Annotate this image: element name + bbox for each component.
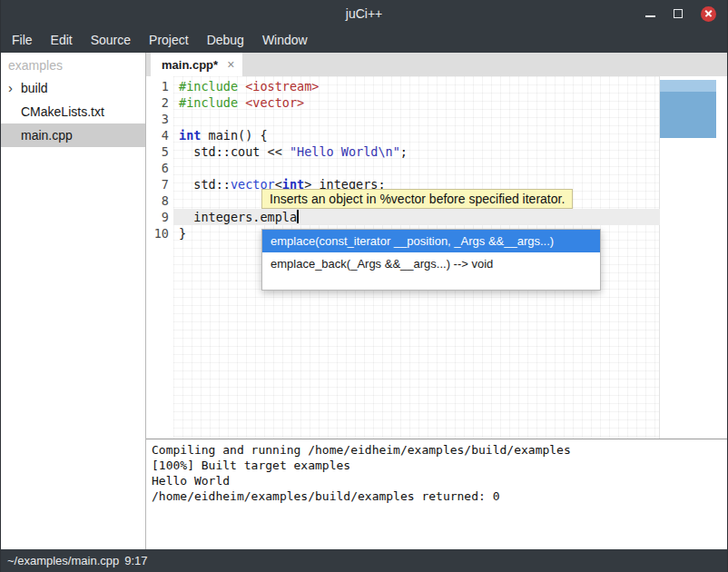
terminal-line: Hello World (152, 473, 722, 488)
code-line-text (173, 111, 660, 127)
tree-item-label: build (21, 81, 48, 95)
tab-main-cpp-[interactable]: main.cpp*× (151, 53, 242, 76)
completion-item[interactable]: emplace_back(_Args &&__args...) --> void (262, 252, 600, 275)
tree-item-cmakelists-txt[interactable]: CMakeLists.txt (1, 100, 145, 123)
project-folder-label: examples (1, 53, 145, 76)
code-line-4[interactable]: 4int main() { (146, 127, 727, 143)
terminal-line: /home/eidheim/examples/build/examples re… (152, 488, 722, 504)
statusbar: ~/examples/main.cpp 9:17 (1, 549, 727, 572)
menu-project[interactable]: Project (140, 27, 198, 53)
output-terminal[interactable]: Compiling and running /home/eidheim/exam… (146, 439, 727, 549)
window-controls (645, 6, 727, 22)
code-line-6[interactable]: 6 (146, 160, 727, 176)
scroll-overview-map[interactable] (660, 80, 716, 138)
line-number: 8 (146, 192, 173, 209)
code-line-5[interactable]: 5 std::cout << "Hello World\n"; (146, 143, 727, 160)
status-cursor-position: 9:17 (124, 554, 147, 567)
code-line-text: int main() { (173, 127, 660, 143)
window-title: juCi++ (1, 6, 727, 21)
tree-item-label: CMakeLists.txt (21, 104, 104, 119)
minimize-button[interactable] (645, 9, 655, 19)
line-number: 5 (146, 143, 173, 160)
autocomplete-popup: emplace(const_iterator __position, _Args… (261, 229, 601, 291)
tabbar: main.cpp*× (146, 53, 727, 76)
file-browser: examples ›buildCMakeLists.txtmain.cpp (1, 53, 146, 549)
code-area: 1#include <iostream>2#include <vector>34… (146, 78, 727, 242)
restore-button[interactable] (674, 9, 683, 18)
file-tree: ›buildCMakeLists.txtmain.cpp (1, 76, 145, 147)
terminal-line: [100%] Built target examples (152, 458, 722, 473)
titlebar[interactable]: juCi++ (1, 0, 727, 27)
line-number: 1 (146, 78, 173, 94)
line-number: 9 (146, 209, 173, 225)
completion-item[interactable]: emplace(const_iterator __position, _Args… (262, 230, 600, 252)
line-number: 7 (146, 176, 173, 192)
code-line-text: #include <iostream> (173, 78, 660, 94)
line-number: 3 (146, 111, 173, 127)
close-button[interactable] (701, 6, 716, 22)
main-area: examples ›buildCMakeLists.txtmain.cpp ma… (1, 53, 727, 549)
code-line-9[interactable]: 9 integers.empla (146, 209, 727, 225)
line-number: 4 (146, 127, 173, 143)
code-line-text (173, 160, 660, 176)
menu-source[interactable]: Source (82, 27, 140, 53)
chevron-right-icon: › (8, 82, 21, 94)
menu-debug[interactable]: Debug (198, 27, 253, 53)
status-file-path: ~/examples/main.cpp (7, 554, 119, 567)
tree-item-build[interactable]: ›build (1, 76, 145, 100)
menu-edit[interactable]: Edit (42, 27, 82, 53)
tab-label: main.cpp* (162, 58, 218, 72)
code-line-text: #include <vector> (173, 94, 660, 111)
text-cursor (297, 210, 299, 223)
line-number: 6 (146, 160, 173, 176)
doc-tooltip: Inserts an object in %vector before spec… (261, 189, 573, 209)
app-window: juCi++ FileEditSourceProjectDebugWindow … (0, 0, 728, 572)
code-editor[interactable]: 1#include <iostream>2#include <vector>34… (146, 76, 727, 439)
code-line-text: std::cout << "Hello World\n"; (173, 143, 660, 160)
tab-close-icon[interactable]: × (227, 57, 234, 72)
code-line-1[interactable]: 1#include <iostream> (146, 78, 727, 94)
line-number: 2 (146, 94, 173, 111)
terminal-line: Compiling and running /home/eidheim/exam… (152, 442, 722, 458)
line-number: 10 (146, 225, 173, 242)
code-line-text: integers.empla (173, 209, 660, 225)
code-line-2[interactable]: 2#include <vector> (146, 94, 727, 111)
tree-item-label: main.cpp (21, 128, 73, 143)
menubar: FileEditSourceProjectDebugWindow (1, 27, 727, 53)
menu-window[interactable]: Window (253, 27, 317, 53)
editor-pane: main.cpp*× 1#include <iostream>2#include… (146, 53, 727, 549)
menu-file[interactable]: File (3, 27, 42, 53)
tree-item-main-cpp[interactable]: main.cpp (1, 123, 145, 147)
code-line-3[interactable]: 3 (146, 111, 727, 127)
